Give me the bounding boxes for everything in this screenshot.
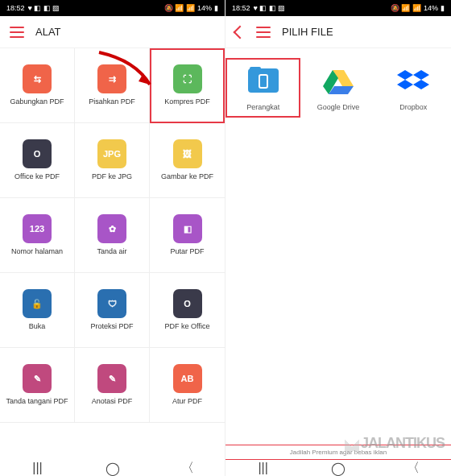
tool-icon: JPG (97, 139, 126, 168)
svg-rect-1 (250, 67, 261, 72)
tool-office-ke-pdf[interactable]: OOffice ke PDF (0, 123, 75, 198)
source-row: PerangkatGoogle DriveDropbox (226, 48, 451, 127)
tool-gambar-ke-pdf[interactable]: 🖼Gambar ke PDF (150, 123, 225, 198)
tool-pisahkan-pdf[interactable]: ⇉Pisahkan PDF (75, 48, 150, 123)
source-label: Dropbox (399, 103, 427, 111)
source-label: Perangkat (246, 103, 279, 111)
tool-label: Buka (26, 323, 49, 331)
tool-pdf-ke-office[interactable]: OPDF ke Office (150, 273, 225, 348)
screen-tools: 18:52♥ ◧ ◧ ▧ 🔕 📶 📶14%▮ ALAT ⇆Gabungkan P… (0, 0, 226, 476)
tool-icon: ⇆ (23, 64, 52, 93)
tool-label: PDF ke JPG (89, 173, 135, 181)
android-nav: ||| ◯ 〈 (226, 460, 451, 476)
page-title: PILIH FILE (282, 26, 333, 38)
tool-atur-pdf[interactable]: ABAtur PDF (150, 348, 225, 423)
tool-anotasi-pdf[interactable]: ✎Anotasi PDF (75, 348, 150, 423)
tool-label: Tanda air (93, 248, 130, 256)
tool-label: Proteksi PDF (87, 323, 136, 331)
tool-icon: ✎ (23, 364, 52, 393)
tool-label: Pisahkan PDF (85, 98, 139, 106)
tool-label: Atur PDF (169, 398, 205, 406)
source-gdrive[interactable]: Google Drive (300, 58, 375, 118)
source-dropbox[interactable]: Dropbox (376, 58, 451, 118)
tool-icon: O (23, 139, 52, 168)
tool-icon: ⛶ (173, 64, 202, 93)
tool-icon: 123 (23, 214, 52, 243)
tool-putar-pdf[interactable]: ◧Putar PDF (150, 198, 225, 273)
tool-icon: ◧ (173, 214, 202, 243)
source-label: Google Drive (317, 103, 360, 111)
tool-icon: O (173, 289, 202, 318)
source-device[interactable]: Perangkat (226, 58, 300, 118)
tool-label: Office ke PDF (11, 173, 63, 181)
tool-label: Tanda tangani PDF (2, 398, 71, 406)
watermark: JALANTIKUS (345, 435, 445, 452)
tool-icon: ⇉ (97, 64, 126, 93)
tool-icon: 🔓 (23, 289, 52, 318)
tool-label: Gabungkan PDF (6, 98, 67, 106)
tool-icon: ✿ (97, 214, 126, 243)
screen-filepicker: 18:52♥ ◧ ◧ ▧ 🔕 📶 📶14%▮ PILIH FILE Perang… (226, 0, 451, 476)
home-button[interactable]: ◯ (333, 462, 344, 474)
tool-proteksi-pdf[interactable]: 🛡Proteksi PDF (75, 273, 150, 348)
app-bar: PILIH FILE (226, 16, 451, 48)
tools-grid: ⇆Gabungkan PDF⇉Pisahkan PDF⛶Kompres PDFO… (0, 48, 225, 476)
tool-nomor-halaman[interactable]: 123Nomor halaman (0, 198, 75, 273)
back-button[interactable]: 〈 (408, 462, 419, 474)
back-icon[interactable] (234, 25, 247, 39)
android-nav: ||| ◯ 〈 (0, 460, 225, 476)
tool-icon: 🖼 (173, 139, 202, 168)
tool-tanda-air[interactable]: ✿Tanda air (75, 198, 150, 273)
tool-tanda-tangani-pdf[interactable]: ✎Tanda tangani PDF (0, 348, 75, 423)
status-bar: 18:52♥ ◧ ◧ ▧ 🔕 📶 📶14%▮ (226, 0, 451, 16)
svg-rect-0 (248, 68, 279, 93)
status-time: 18:52 (6, 4, 25, 12)
dropbox-icon (396, 64, 430, 98)
tool-icon: 🛡 (97, 289, 126, 318)
tool-icon: ✎ (97, 364, 126, 393)
status-battery: 14% (197, 4, 212, 12)
tool-kompres-pdf[interactable]: ⛶Kompres PDF (150, 48, 225, 123)
gdrive-icon (321, 64, 355, 98)
tool-pdf-ke-jpg[interactable]: JPGPDF ke JPG (75, 123, 150, 198)
device-icon (246, 64, 280, 98)
menu-icon[interactable] (10, 27, 24, 38)
tool-icon: AB (173, 364, 202, 393)
back-button[interactable]: 〈 (182, 462, 193, 474)
tool-label: Anotasi PDF (89, 398, 136, 406)
tool-label: Nomor halaman (8, 248, 66, 256)
page-title: ALAT (35, 26, 61, 38)
tool-buka[interactable]: 🔓Buka (0, 273, 75, 348)
tool-label: PDF ke Office (162, 323, 213, 331)
tool-gabungkan-pdf[interactable]: ⇆Gabungkan PDF (0, 48, 75, 123)
tool-label: Gambar ke PDF (158, 173, 217, 181)
tool-label: Kompres PDF (161, 98, 213, 106)
tool-label: Putar PDF (167, 248, 207, 256)
menu-icon[interactable] (256, 27, 271, 38)
home-button[interactable]: ◯ (107, 462, 118, 474)
status-bar: 18:52♥ ◧ ◧ ▧ 🔕 📶 📶14%▮ (0, 0, 225, 16)
recents-button[interactable]: ||| (32, 462, 43, 474)
app-bar: ALAT (0, 16, 225, 48)
recents-button[interactable]: ||| (258, 462, 269, 474)
